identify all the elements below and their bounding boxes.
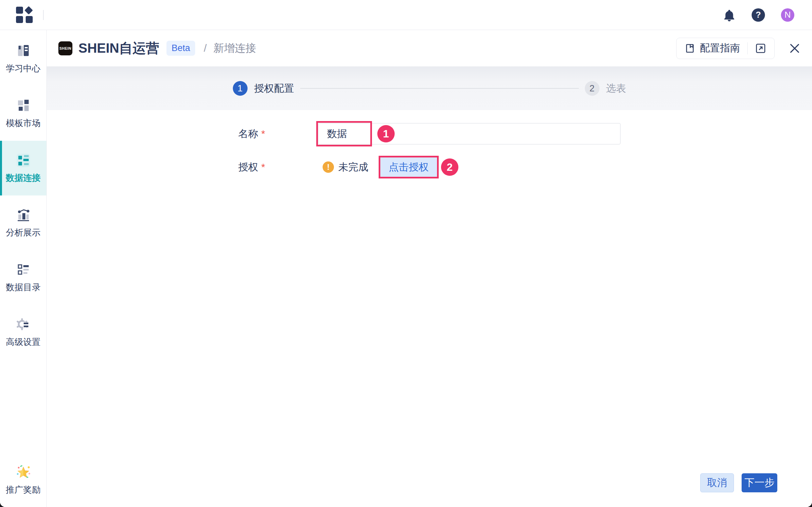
- auth-field-label: 授权: [238, 160, 258, 174]
- config-guide-button[interactable]: 配置指南: [685, 41, 740, 55]
- breadcrumb-separator: /: [204, 42, 207, 54]
- sidebar-item-data-connection[interactable]: 数据连接: [0, 141, 46, 195]
- toolbar-divider: [747, 42, 748, 54]
- sidebar-item-analysis-display[interactable]: 分析展示: [0, 195, 46, 250]
- analysis-chart-icon: [16, 208, 31, 223]
- beta-badge: Beta: [166, 41, 195, 56]
- click-to-authorize-button[interactable]: 点击授权: [380, 158, 437, 177]
- sidebar-item-label: 模板市场: [6, 117, 41, 129]
- cancel-button[interactable]: 取消: [700, 473, 734, 492]
- sidebar-item-template-market[interactable]: 模板市场: [0, 86, 46, 141]
- step-2-number: 2: [585, 81, 599, 96]
- user-avatar[interactable]: N: [781, 8, 794, 22]
- help-question-icon[interactable]: ?: [752, 8, 765, 22]
- required-asterisk: *: [261, 128, 265, 139]
- sidebar-item-label: 数据连接: [6, 172, 41, 184]
- annotation-box-2: 点击授权: [379, 156, 439, 178]
- sidebar-item-promo-rewards[interactable]: 推广奖励: [0, 455, 46, 505]
- app-grid-logo-icon[interactable]: [16, 6, 34, 24]
- data-connection-flow-icon: [16, 153, 31, 168]
- connector-header: SHEIN SHEIN自运营 Beta / 新增连接 配置指南: [47, 30, 812, 67]
- wizard-footer: 取消 下一步: [47, 473, 812, 507]
- next-step-button[interactable]: 下一步: [742, 473, 777, 492]
- main-panel: SHEIN SHEIN自运营 Beta / 新增连接 配置指南: [47, 30, 812, 507]
- page-title: SHEIN自运营: [78, 39, 159, 57]
- required-asterisk: *: [261, 161, 265, 173]
- breadcrumb-current: 新增连接: [214, 41, 256, 56]
- shein-connector-logo: SHEIN: [58, 41, 72, 55]
- step-1-label: 授权配置: [254, 82, 294, 95]
- config-guide-label: 配置指南: [700, 41, 740, 55]
- guide-book-icon: [685, 43, 695, 54]
- stepper: 1 授权配置 2 选表: [47, 67, 812, 110]
- stepper-connector-line: [300, 88, 579, 89]
- global-topbar: ? N: [0, 0, 812, 30]
- sidebar-item-label: 分析展示: [6, 227, 41, 238]
- step-authorization-config: 1 授权配置: [233, 81, 294, 96]
- auth-field-row: 授权 * ! 未完成 点击授权 2: [238, 156, 812, 178]
- notification-bell-icon[interactable]: [723, 9, 736, 21]
- sidebar-item-label: 高级设置: [6, 336, 41, 348]
- auth-status-text: 未完成: [338, 160, 368, 174]
- step-select-table: 2 选表: [585, 81, 626, 96]
- authorization-form: 名称 * 1 授权 * ! 未完成: [47, 110, 812, 473]
- step-1-number: 1: [233, 81, 248, 96]
- sidebar-item-advanced-settings[interactable]: 高级设置: [0, 305, 46, 359]
- auth-field-label-group: 授权 *: [238, 160, 318, 174]
- name-field-row: 名称 * 1: [238, 123, 812, 145]
- topbar-divider: [43, 10, 44, 20]
- app-window: ? N 学习中心: [0, 0, 812, 507]
- annotation-circle-1: 1: [377, 125, 395, 143]
- name-input-wrapper: 1: [318, 123, 620, 145]
- annotation-circle-2: 2: [441, 158, 458, 176]
- sidebar-nav: 学习中心 模板市场: [0, 30, 47, 507]
- data-catalog-list-icon: [16, 262, 31, 278]
- learning-center-books-icon: [16, 43, 31, 59]
- advanced-settings-gear-icon: [16, 317, 31, 332]
- template-market-grid-icon: [16, 98, 31, 113]
- connection-name-input[interactable]: [318, 123, 620, 145]
- close-icon[interactable]: [789, 42, 801, 54]
- sidebar-item-label: 数据目录: [6, 282, 41, 293]
- topbar-actions: ? N: [723, 8, 794, 22]
- sidebar-item-data-catalog[interactable]: 数据目录: [0, 250, 46, 305]
- sidebar-item-learning-center[interactable]: 学习中心: [0, 32, 46, 86]
- sidebar-item-label: 学习中心: [6, 63, 41, 74]
- reward-star-icon: [16, 465, 31, 480]
- name-field-label: 名称: [238, 127, 258, 141]
- name-field-label-group: 名称 *: [238, 127, 318, 141]
- open-external-icon[interactable]: [755, 43, 766, 54]
- step-2-label: 选表: [606, 82, 626, 95]
- sidebar-item-label: 推广奖励: [6, 484, 41, 496]
- warning-exclamation-icon: !: [323, 161, 334, 173]
- header-toolbar: 配置指南: [676, 38, 775, 59]
